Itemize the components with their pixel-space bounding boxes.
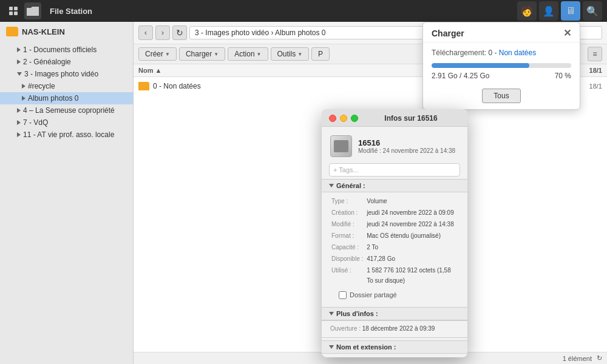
used-val: 1 582 776 102 912 octets (1,58 To sur di… [367, 265, 458, 286]
upload-status-label: Téléchargement: [432, 49, 486, 57]
creer-label: Créer [145, 50, 163, 58]
format-row: Format : Mac OS étendu (journalisé) [331, 231, 458, 241]
upload-current-size: 2.91 Go [432, 72, 458, 80]
maximize-traffic-light[interactable] [351, 115, 358, 122]
modif-key: Modifié : [331, 219, 365, 229]
user-settings-icon[interactable]: 🧑 [517, 1, 537, 21]
sidebar-item-semeuse-label: 4 – La Semeuse copropriété [23, 106, 115, 115]
available-row: Disponible : 417,28 Go [331, 254, 458, 264]
status-refresh-icon[interactable]: ↻ [597, 354, 602, 362]
shared-folder-checkbox[interactable] [339, 291, 347, 299]
modified-label: Modifié : [358, 147, 381, 154]
creer-button[interactable]: Créer ▼ [138, 47, 177, 61]
user-icon[interactable]: 👤 [539, 1, 558, 21]
sidebar-item-vdq-label: 7 - VdQ [23, 118, 48, 127]
capacity-row: Capacité : 2 To [331, 242, 458, 252]
forward-icon: › [161, 29, 164, 37]
general-label: Général : [336, 182, 365, 189]
creation-key: Création : [331, 207, 365, 218]
app-grid-icon[interactable] [5, 2, 22, 19]
upload-pct: 70 % [555, 72, 571, 80]
info-panel: Infos sur 16516 16516 Modifié : 24 novem… [322, 109, 467, 357]
creation-val: jeudi 24 novembre 2022 à 09:09 [367, 207, 458, 218]
minimize-traffic-light[interactable] [340, 115, 347, 122]
general-section-toggle[interactable]: Général : [322, 179, 467, 192]
p-button[interactable]: P [311, 47, 330, 61]
back-icon: ‹ [144, 29, 147, 37]
more-label: Plus d'infos : [336, 310, 378, 317]
expand-icon-at [17, 132, 21, 137]
action-button[interactable]: Action ▼ [228, 47, 268, 61]
search-icon[interactable]: 🔍 [583, 1, 602, 21]
expand-icon-photos [17, 72, 22, 76]
folder-app-icon[interactable] [24, 2, 41, 19]
more-section-toggle[interactable]: Plus d'infos : [322, 307, 467, 320]
nas-label: NAS-KLEIN [22, 27, 65, 36]
app-title-text: File Station [50, 7, 92, 16]
refresh-button[interactable]: ↻ [172, 25, 187, 40]
general-expand-icon [329, 184, 334, 187]
upload-title: Charger [432, 29, 464, 38]
expand-icon-recycle [22, 84, 25, 89]
refresh-icon: ↻ [176, 28, 183, 38]
modif-row: Modifié : jeudi 24 novembre 2022 à 14:38 [331, 219, 458, 229]
svg-rect-0 [9, 7, 13, 10]
name-ext-section: Nom et extension : Masquer l'extension [322, 337, 467, 357]
expand-icon-vdq [17, 120, 21, 125]
outils-button[interactable]: Outils ▼ [271, 47, 310, 61]
forward-button[interactable]: › [155, 25, 170, 40]
file-folder-icon [138, 82, 149, 90]
taskbar: File Station 🧑 👤 🖥 🔍 [0, 0, 607, 22]
monitor-icon[interactable]: 🖥 [561, 1, 580, 21]
type-key: Type : [331, 196, 365, 206]
sidebar-item-album[interactable]: Album photos 0 [0, 92, 133, 104]
upload-tab-all[interactable]: Tous [482, 89, 520, 103]
sidebar-item-docs[interactable]: 1 - Documents officiels [0, 44, 133, 56]
p-label: P [318, 50, 323, 58]
close-traffic-light[interactable] [329, 115, 336, 122]
general-table: Type : Volume Création : jeudi 24 novemb… [330, 195, 459, 287]
app-title: File Station [44, 2, 98, 21]
info-section-more: Plus d'infos : Ouverture : 18 décembre 2… [322, 307, 467, 337]
capacity-key: Capacité : [331, 242, 365, 252]
info-item-modified: Modifié : 24 novembre 2022 à 14:38 [358, 147, 455, 154]
upload-tabs: Tous [423, 85, 580, 109]
info-tags[interactable]: + Tags... [329, 163, 460, 177]
sidebar-item-photos[interactable]: 3 - Images photo vidéo [0, 68, 133, 80]
charger-label: Charger [186, 50, 212, 58]
opening-val: 18 décembre 2022 à 09:39 [362, 325, 435, 332]
svg-rect-1 [14, 7, 18, 10]
action-caret: ▼ [257, 52, 262, 57]
sidebar-item-semeuse[interactable]: 4 – La Semeuse copropriété [0, 104, 133, 116]
upload-stats: 2.91 Go / 4.25 Go 70 % [423, 70, 580, 85]
list-view-button[interactable]: ≡ [588, 47, 602, 61]
sidebar-item-genealogy[interactable]: 2 - Généalogie [0, 56, 133, 68]
info-item-header: 16516 Modifié : 24 novembre 2022 à 14:38 [322, 132, 467, 161]
expand-icon-semeuse [17, 108, 21, 113]
charger-caret: ▼ [214, 52, 219, 57]
more-expand-icon [329, 312, 334, 315]
format-key: Format : [331, 231, 365, 241]
format-val: Mac OS étendu (journalisé) [367, 231, 458, 241]
shared-folder-label: Dossier partagé [350, 289, 397, 301]
sidebar-section: 1 - Documents officiels 2 - Généalogie 3… [0, 41, 133, 143]
back-button[interactable]: ‹ [138, 25, 153, 40]
sidebar-item-genealogy-label: 2 - Généalogie [23, 58, 71, 66]
charger-button[interactable]: Charger ▼ [179, 47, 225, 61]
info-panel-title: Infos sur 16516 [362, 114, 460, 123]
taskbar-left: File Station [5, 2, 98, 21]
used-row: Utilisé : 1 582 776 102 912 octets (1,58… [331, 265, 458, 286]
info-item-details: 16516 Modifié : 24 novembre 2022 à 14:38 [358, 138, 455, 154]
available-key: Disponible : [331, 254, 365, 264]
sidebar-item-at[interactable]: 11 - AT vie prof. asso. locale [0, 129, 133, 141]
upload-close-button[interactable]: ✕ [563, 29, 571, 38]
info-panel-body: 16516 Modifié : 24 novembre 2022 à 14:38… [322, 127, 467, 357]
svg-rect-3 [14, 12, 18, 15]
info-item-name: 16516 [358, 138, 455, 147]
sidebar-item-vdq[interactable]: 7 - VdQ [0, 116, 133, 129]
available-val: 417,28 Go [367, 254, 458, 264]
upload-total-size: 4.25 Go [464, 72, 490, 80]
upload-filename: - Non datées [494, 49, 536, 57]
type-val: Volume [367, 196, 458, 206]
sidebar-item-recycle[interactable]: #recycle [0, 80, 133, 92]
